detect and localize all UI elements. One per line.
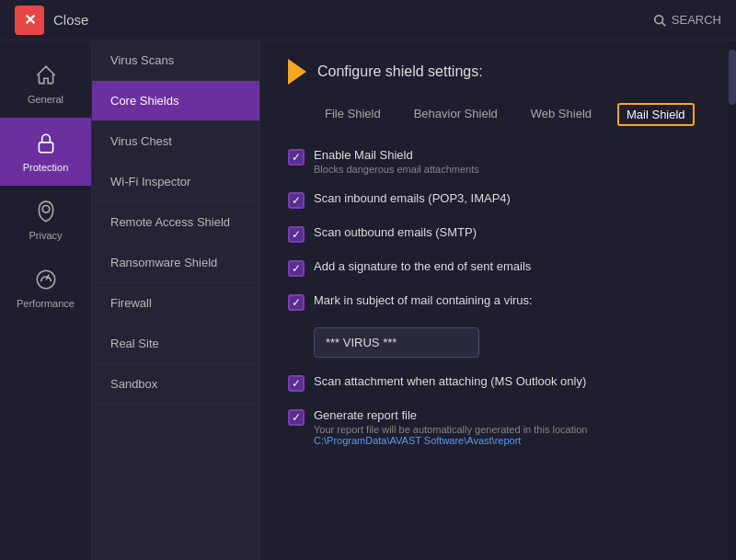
- window-title: Close: [53, 12, 88, 28]
- option-label-enable-mail-shield: Enable Mail Shield: [314, 148, 479, 162]
- scrollbar: [729, 40, 736, 560]
- checkbox-enable-mail-shield[interactable]: ✓: [288, 149, 305, 166]
- gauge-icon: [33, 267, 59, 292]
- home-icon: [33, 63, 59, 88]
- sidebar-general-label: General: [28, 94, 63, 105]
- sidebar-item-general[interactable]: General: [0, 50, 91, 118]
- menu-core-shields[interactable]: Core Shields: [92, 81, 259, 121]
- close-button[interactable]: ✕: [15, 6, 44, 35]
- lock-icon: [33, 131, 59, 156]
- option-generate-report: ✓ Generate report file Your report file …: [288, 408, 708, 446]
- checkbox-scan-attachment[interactable]: ✓: [288, 375, 305, 392]
- sidebar-item-privacy[interactable]: Privacy: [0, 186, 91, 254]
- fingerprint-icon: [33, 199, 59, 224]
- sidebar-privacy-label: Privacy: [29, 230, 62, 241]
- svg-point-0: [655, 15, 663, 23]
- content-area: Configure shield settings: File Shield B…: [260, 40, 736, 560]
- menu-wifi-inspector[interactable]: Wi-Fi Inspector: [92, 162, 259, 202]
- option-label-scan-inbound: Scan inbound emails (POP3, IMAP4): [314, 191, 511, 205]
- sidebar-performance-label: Performance: [17, 298, 75, 309]
- config-title: Configure shield settings:: [317, 63, 483, 80]
- checkbox-mark-subject[interactable]: ✓: [288, 294, 305, 311]
- menu-remote-access[interactable]: Remote Access Shield: [92, 202, 259, 243]
- option-label-scan-attachment: Scan attachment when attaching (MS Outlo…: [314, 374, 586, 388]
- menu-firewall[interactable]: Firewall: [92, 283, 259, 324]
- tab-web-shield[interactable]: Web Shield: [523, 103, 599, 126]
- report-path-link[interactable]: C:\ProgramData\AVAST Software\Avast\repo…: [314, 435, 587, 446]
- option-label-mark-subject: Mark in subject of mail containing a vir…: [314, 293, 533, 307]
- menu-sidebar: Virus Scans Core Shields Virus Chest Wi-…: [92, 40, 260, 560]
- icon-sidebar: General Protection Privacy Performance: [0, 40, 92, 560]
- option-scan-attachment: ✓ Scan attachment when attaching (MS Out…: [288, 374, 708, 392]
- menu-sandbox[interactable]: Sandbox: [92, 364, 259, 405]
- menu-ransomware[interactable]: Ransomware Shield: [92, 243, 259, 283]
- option-add-signature: ✓ Add a signature to the end of sent ema…: [288, 259, 708, 277]
- tab-mail-shield[interactable]: Mail Shield: [617, 103, 695, 126]
- shield-tabs: File Shield Behavior Shield Web Shield M…: [288, 103, 708, 126]
- option-enable-mail-shield: ✓ Enable Mail Shield Blocks dangerous em…: [288, 148, 708, 175]
- option-sub-enable-mail-shield: Blocks dangerous email attachments: [314, 164, 479, 175]
- menu-virus-scans[interactable]: Virus Scans: [92, 40, 259, 81]
- checkbox-scan-inbound[interactable]: ✓: [288, 192, 305, 209]
- checkbox-generate-report[interactable]: ✓: [288, 409, 305, 426]
- option-scan-inbound: ✓ Scan inbound emails (POP3, IMAP4): [288, 191, 708, 209]
- menu-virus-chest[interactable]: Virus Chest: [92, 121, 259, 162]
- tab-behavior-shield[interactable]: Behavior Shield: [407, 103, 505, 126]
- virus-subject-input[interactable]: [314, 327, 479, 358]
- option-label-scan-outbound: Scan outbound emails (SMTP): [314, 225, 477, 239]
- config-header: Configure shield settings:: [288, 59, 708, 85]
- option-sub-generate-report: Your report file will be automatically g…: [314, 424, 587, 435]
- search-label: SEARCH: [672, 13, 721, 27]
- search-icon: [653, 14, 666, 27]
- option-label-generate-report: Generate report file: [314, 408, 587, 422]
- title-bar: ✕ Close SEARCH: [0, 0, 736, 40]
- virus-input-wrapper: [314, 327, 708, 358]
- arrow-icon: [288, 59, 306, 85]
- option-label-add-signature: Add a signature to the end of sent email…: [314, 259, 531, 273]
- sidebar-item-protection[interactable]: Protection: [0, 118, 91, 186]
- sidebar-item-performance[interactable]: Performance: [0, 254, 91, 322]
- svg-line-1: [661, 22, 665, 26]
- tab-file-shield[interactable]: File Shield: [317, 103, 388, 126]
- menu-real-site[interactable]: Real Site: [92, 324, 259, 364]
- search-area[interactable]: SEARCH: [653, 13, 721, 27]
- checkbox-add-signature[interactable]: ✓: [288, 260, 305, 277]
- main-layout: General Protection Privacy Performance: [0, 40, 736, 560]
- checkbox-scan-outbound[interactable]: ✓: [288, 226, 305, 243]
- option-scan-outbound: ✓ Scan outbound emails (SMTP): [288, 225, 708, 243]
- option-mark-subject: ✓ Mark in subject of mail containing a v…: [288, 293, 708, 311]
- svg-rect-2: [39, 143, 52, 153]
- sidebar-protection-label: Protection: [23, 162, 69, 173]
